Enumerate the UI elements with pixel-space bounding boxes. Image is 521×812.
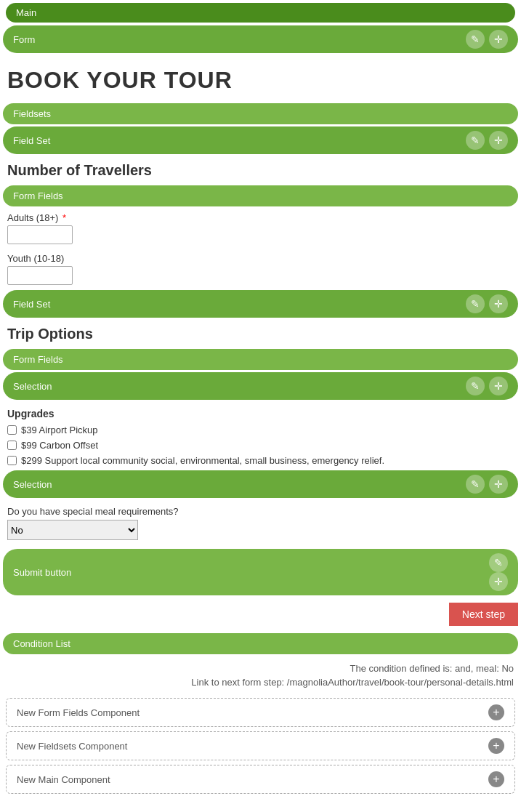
selection-bar-2-icons: ✎ ✛ [466, 475, 508, 494]
new-fieldsets-row: New Fieldsets Component + [6, 731, 515, 760]
section-trip-title: Trip Options [3, 320, 518, 347]
next-step-button[interactable]: Next step [449, 603, 518, 626]
condition-list-bar: Condition List [3, 633, 518, 654]
fieldsets-bar-label: Fieldsets [13, 108, 51, 119]
checkbox-airport[interactable] [7, 425, 17, 435]
new-fieldsets-add-button[interactable]: + [488, 738, 504, 754]
main-bar: Main [6, 3, 515, 23]
meal-label: Do you have special meal requirements? [3, 500, 518, 520]
selection-bar-2: Selection ✎ ✛ [3, 470, 518, 498]
selection-bar-1-label: Selection [13, 381, 52, 392]
selection-2-edit-button[interactable]: ✎ [466, 475, 485, 494]
checkbox-support[interactable] [7, 456, 17, 465]
form-bar-label: Form [13, 34, 35, 45]
form-edit-button[interactable]: ✎ [466, 30, 485, 49]
form-bar-icons: ✎ ✛ [466, 30, 508, 49]
checkbox-row-1: $39 Airport Pickup [3, 422, 518, 438]
selection-2-move-button[interactable]: ✛ [489, 475, 508, 494]
form-move-button[interactable]: ✛ [489, 30, 508, 49]
checkbox-row-2: $99 Carbon Offset [3, 438, 518, 453]
selection-bar-1-icons: ✎ ✛ [466, 377, 508, 395]
field-set-bar-1-label: Field Set [13, 135, 50, 146]
adults-input[interactable] [7, 225, 73, 244]
field-set-1-edit-button[interactable]: ✎ [466, 131, 485, 150]
form-fields-bar-2: Form Fields [3, 349, 518, 370]
fieldsets-bar: Fieldsets [3, 103, 518, 124]
selection-1-move-button[interactable]: ✛ [489, 377, 508, 395]
form-fields-bar-1-label: Form Fields [13, 190, 63, 201]
section-travellers-title: Number of Travellers [3, 156, 518, 183]
field-set-bar-2-label: Field Set [13, 299, 50, 310]
page-title: BOOK YOUR TOUR [3, 55, 518, 101]
submit-bar: Submit button ✎ ✛ [3, 549, 518, 595]
condition-list-label: Condition List [13, 638, 70, 649]
submit-edit-button[interactable]: ✎ [489, 553, 508, 572]
field-set-1-move-button[interactable]: ✛ [489, 131, 508, 150]
new-main-label: New Main Component [17, 774, 110, 785]
checkbox-airport-label: $39 Airport Pickup [21, 425, 98, 435]
field-set-bar-1-icons: ✎ ✛ [466, 131, 508, 150]
main-bar-label: Main [16, 7, 36, 18]
submit-bar-label: Submit button [13, 567, 71, 578]
new-fieldsets-label: New Fieldsets Component [17, 741, 127, 752]
condition-text: The condition defined is: and, meal: No [3, 657, 518, 675]
new-main-row: New Main Component + [6, 765, 515, 794]
form-fields-bar-2-label: Form Fields [13, 354, 63, 365]
new-main-add-button[interactable]: + [488, 771, 504, 787]
submit-move-button[interactable]: ✛ [489, 572, 508, 591]
field-set-bar-2: Field Set ✎ ✛ [3, 290, 518, 318]
next-step-container: Next step [3, 598, 518, 630]
selection-bar-1: Selection ✎ ✛ [3, 372, 518, 400]
field-set-2-edit-button[interactable]: ✎ [466, 294, 485, 313]
selection-1-edit-button[interactable]: ✎ [466, 377, 485, 395]
upgrades-label: Upgrades [3, 402, 518, 422]
checkbox-row-3: $299 Support local community social, env… [3, 453, 518, 468]
form-bar: Form ✎ ✛ [3, 25, 518, 53]
form-fields-bar-1: Form Fields [3, 185, 518, 206]
field-set-bar-1: Field Set ✎ ✛ [3, 126, 518, 154]
checkbox-carbon[interactable] [7, 441, 17, 450]
new-form-fields-add-button[interactable]: + [488, 704, 504, 720]
youth-input[interactable] [7, 266, 73, 285]
submit-bar-icons: ✎ ✛ [489, 553, 508, 591]
meal-select[interactable]: No Vegetarian Vegan Gluten-free Halal Ko… [7, 520, 138, 540]
new-form-fields-label: New Form Fields Component [17, 707, 140, 718]
adults-label: Adults (18+) * [7, 212, 514, 223]
field-set-bar-2-icons: ✎ ✛ [466, 294, 508, 313]
checkbox-support-label: $299 Support local community social, env… [21, 455, 384, 466]
adults-required: * [62, 212, 66, 223]
link-text: Link to next form step: /magnoliaAuthor/… [3, 675, 518, 694]
field-set-2-move-button[interactable]: ✛ [489, 294, 508, 313]
new-form-fields-row: New Form Fields Component + [6, 698, 515, 727]
youth-label: Youth (10-18) [7, 253, 514, 264]
checkbox-carbon-label: $99 Carbon Offset [21, 440, 98, 451]
selection-bar-2-label: Selection [13, 479, 52, 490]
